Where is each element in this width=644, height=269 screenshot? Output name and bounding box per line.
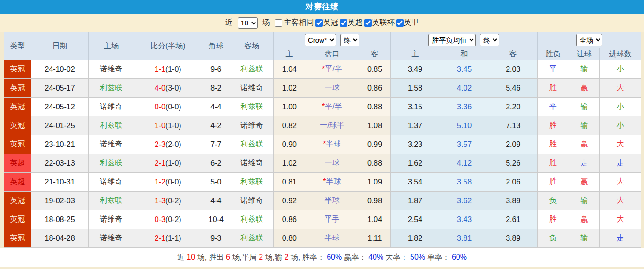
- match-date: 23-10-21: [31, 135, 89, 154]
- score: 0-3(0-2): [134, 210, 202, 229]
- result-goals: 走: [599, 229, 641, 248]
- result-goals: 走: [599, 154, 641, 173]
- handicap-line: 半球: [305, 229, 359, 248]
- league-checkbox[interactable]: [340, 19, 347, 27]
- corners: 8-2: [202, 79, 230, 98]
- same-venue-filter[interactable]: 主客相同: [275, 18, 314, 28]
- score: 1-3(0-2): [134, 192, 202, 210]
- subcol-handicap: 盘口: [305, 48, 359, 60]
- league-filter-英冠[interactable]: 英冠: [315, 18, 338, 28]
- league-label: 英联杯: [372, 18, 395, 28]
- result-handicap: 输: [569, 229, 599, 248]
- handicap-line: 一球: [305, 79, 359, 98]
- avg-home-odds: 3.15: [390, 98, 440, 116]
- odds-away: 1.09: [359, 173, 390, 192]
- handicap-group-header: Crow* 终: [274, 32, 390, 48]
- result-handicap: 输: [569, 60, 599, 79]
- avg-home-odds: 2.54: [390, 210, 440, 229]
- avg-home-odds: 1.58: [390, 79, 440, 98]
- near-count-select[interactable]: 10: [238, 17, 258, 29]
- score: 0-0(0-0): [134, 98, 202, 116]
- same-venue-checkbox[interactable]: [275, 19, 282, 27]
- table-row: 英冠18-08-25诺维奇0-3(0-2)10-4利兹联0.86平手1.042.…: [4, 210, 641, 229]
- bookmaker-select[interactable]: Crow*: [305, 34, 336, 46]
- handicap-line: *平/半: [305, 60, 359, 79]
- result-wdl: 负: [537, 192, 569, 210]
- league-badge: 英冠: [4, 60, 31, 79]
- away-team: 诺维奇: [230, 79, 274, 98]
- col-header-type: 类型: [4, 32, 31, 60]
- same-venue-label: 主客相同: [284, 18, 314, 28]
- avg-away-odds: 7.13: [489, 116, 537, 135]
- avg-draw-odds: 3.45: [440, 60, 489, 79]
- table-row: 英冠24-05-12诺维奇0-0(0-0)4-4利兹联1.00*平/半0.883…: [4, 98, 641, 116]
- score: 4-0(3-0): [134, 79, 202, 98]
- result-wdl: 负: [537, 229, 569, 248]
- league-checkbox[interactable]: [364, 19, 372, 27]
- odds-home: 0.90: [274, 135, 305, 154]
- result-goals: 小: [599, 60, 641, 79]
- home-team: 诺维奇: [89, 60, 134, 79]
- result-goals: 小: [599, 116, 641, 135]
- subcol-crow-home: 主: [274, 48, 305, 60]
- subcol-avg-draw: 和: [440, 48, 489, 60]
- league-filter-英甲[interactable]: 英甲: [396, 18, 419, 28]
- summary-segment: 60%: [452, 253, 467, 261]
- home-team: 诺维奇: [89, 173, 134, 192]
- avg-home-odds: 1.62: [390, 154, 440, 173]
- league-badge: 英冠: [4, 210, 31, 229]
- match-date: 21-10-31: [31, 173, 89, 192]
- score: 1-2(0-0): [134, 173, 202, 192]
- near-label: 近: [225, 18, 233, 28]
- avg-away-odds: 2.09: [489, 135, 537, 154]
- bookmaker-period-select[interactable]: 终: [340, 34, 359, 46]
- corners: 4-2: [202, 116, 230, 135]
- league-badge: 英超: [4, 154, 31, 173]
- summary-segment: 2: [259, 253, 263, 261]
- table-row: 英超21-10-31诺维奇1-2(0-0)5-0利兹联0.81*半球1.093.…: [4, 173, 641, 192]
- avg-draw-odds: 3.62: [440, 192, 489, 210]
- odds-home: 0.82: [274, 116, 305, 135]
- scope-select[interactable]: 全场: [576, 34, 602, 46]
- handicap-line: *平/半: [305, 98, 359, 116]
- corners: 4-4: [202, 192, 230, 210]
- corners: 9-3: [202, 229, 230, 248]
- avg-home-odds: 1.82: [390, 229, 440, 248]
- filter-bar: 近 10 场 主客相同 英冠英超英联杯英甲: [0, 14, 644, 32]
- league-checkbox[interactable]: [315, 19, 323, 27]
- home-team: 诺维奇: [89, 98, 134, 116]
- league-filter-英超[interactable]: 英超: [340, 18, 363, 28]
- avg-draw-odds: 3.57: [440, 135, 489, 154]
- summary-segment: 2: [285, 253, 289, 261]
- result-wdl: 胜: [537, 154, 569, 173]
- summary-segment: 赢率：: [342, 253, 368, 262]
- summary-segment: 6: [226, 253, 230, 261]
- subcol-avg-home: 主: [390, 48, 440, 60]
- handicap-line: 一球: [305, 154, 359, 173]
- col-header-away: 客场: [230, 32, 274, 60]
- league-badge: 英冠: [4, 79, 31, 98]
- games-label: 场: [262, 18, 270, 28]
- away-team: 利兹联: [230, 135, 274, 154]
- corners: 9-6: [202, 60, 230, 79]
- league-label: 英超: [348, 18, 363, 28]
- result-wdl: 胜: [537, 135, 569, 154]
- corners: 5-0: [202, 173, 230, 192]
- result-handicap: 赢: [569, 210, 599, 229]
- handicap-line: 一/球半: [305, 116, 359, 135]
- result-handicap: 赢: [569, 173, 599, 192]
- match-date: 19-02-03: [31, 192, 89, 210]
- result-goals: 大: [599, 173, 641, 192]
- avg-draw-odds: 5.10: [440, 116, 489, 135]
- league-label: 英冠: [323, 18, 338, 28]
- odds-home: 1.02: [274, 154, 305, 173]
- home-team: 诺维奇: [89, 135, 134, 154]
- home-team: 诺维奇: [89, 229, 134, 248]
- avg-home-odds: 1.37: [390, 116, 440, 135]
- avg-odds-select[interactable]: 胜平负均值: [428, 34, 476, 46]
- summary-segment: 场, 胜率：: [288, 253, 327, 262]
- avg-period-select[interactable]: 终: [480, 34, 499, 46]
- league-filter-英联杯[interactable]: 英联杯: [364, 18, 395, 28]
- away-team: 利兹联: [230, 98, 274, 116]
- league-checkbox[interactable]: [396, 19, 404, 27]
